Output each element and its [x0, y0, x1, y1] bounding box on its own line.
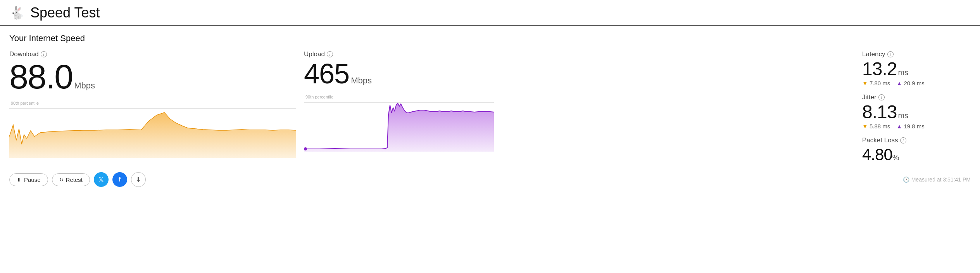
download-share-button[interactable]: ⬇ — [131, 172, 146, 187]
latency-down-arrow: ▼ — [862, 80, 870, 86]
pause-label: Pause — [24, 176, 41, 183]
packet-loss-value: 4.80 — [862, 146, 892, 164]
download-label: Download i — [9, 50, 296, 58]
latency-up-value: 20.9 ms — [904, 80, 924, 86]
retest-icon: ↻ — [59, 177, 64, 183]
packet-loss-block: Packet Loss i 4.80 % — [862, 136, 959, 164]
main-content: Your Internet Speed Download i 88.0 Mbps… — [0, 26, 980, 164]
packet-loss-label: Packet Loss i — [862, 136, 959, 144]
latency-info-icon[interactable]: i — [887, 51, 894, 57]
pause-button[interactable]: ⏸ Pause — [9, 173, 48, 186]
subtitle: Your Internet Speed — [9, 33, 971, 43]
upload-chart — [304, 92, 494, 154]
latency-up: ▲ 20.9 ms — [896, 80, 924, 86]
latency-sub-values: ▼ 7.80 ms ▲ 20.9 ms — [862, 80, 959, 86]
download-chart-container: 90th percentile — [9, 98, 296, 160]
retest-button[interactable]: ↻ Retest — [52, 173, 90, 186]
jitter-up-value: 19.8 ms — [904, 123, 924, 130]
speed-test-icon: 🐇 — [9, 5, 25, 20]
latency-unit: ms — [898, 68, 908, 77]
jitter-info-icon[interactable]: i — [878, 94, 885, 100]
upload-label: Upload i — [304, 50, 494, 58]
action-buttons: ⏸ Pause ↻ Retest 𝕏 f ⬇ — [9, 172, 146, 187]
download-section: Download i 88.0 Mbps 90th percentile — [9, 50, 304, 160]
jitter-block: Jitter i 8.13 ms ▼ 5.88 ms ▲ 19.8 ms — [862, 93, 959, 130]
jitter-up: ▲ 19.8 ms — [896, 123, 924, 130]
upload-value-row: 465 Mbps — [304, 60, 494, 88]
jitter-value: 8.13 — [862, 103, 897, 121]
header: 🐇 Speed Test — [0, 0, 980, 26]
download-unit: Mbps — [74, 78, 95, 93]
upload-info-icon[interactable]: i — [327, 51, 333, 57]
packet-loss-info-icon[interactable]: i — [900, 137, 906, 143]
twitter-share-button[interactable]: 𝕏 — [94, 172, 109, 187]
upload-percentile-label: 90th percentile — [305, 95, 333, 99]
download-value: 88.0 — [9, 60, 72, 94]
latency-down-value: 7.80 ms — [870, 80, 890, 86]
download-chart — [9, 98, 296, 160]
latency-label: Latency i — [862, 50, 959, 58]
jitter-up-arrow: ▲ — [896, 123, 904, 130]
right-panel: Latency i 13.2 ms ▼ 7.80 ms ▲ 20.9 ms — [862, 50, 971, 164]
jitter-unit: ms — [898, 111, 908, 120]
upload-unit: Mbps — [351, 74, 372, 87]
facebook-icon: f — [119, 176, 121, 183]
jitter-down: ▼ 5.88 ms — [862, 123, 890, 130]
upload-value: 465 — [304, 60, 349, 88]
latency-up-arrow: ▲ — [896, 80, 904, 86]
jitter-label: Jitter i — [862, 93, 959, 101]
timestamp: 🕐 Measured at 3:51:41 PM — [903, 176, 971, 183]
latency-block: Latency i 13.2 ms ▼ 7.80 ms ▲ 20.9 ms — [862, 50, 959, 86]
download-info-icon[interactable]: i — [41, 51, 47, 57]
twitter-icon: 𝕏 — [98, 176, 104, 184]
download-percentile-label: 90th percentile — [11, 101, 39, 105]
svg-point-2 — [304, 147, 307, 150]
metrics-row: Download i 88.0 Mbps 90th percentile — [9, 50, 971, 164]
latency-value: 13.2 — [862, 60, 897, 78]
upload-chart-container: 90th percentile — [304, 92, 494, 154]
upload-section: Upload i 465 Mbps 90th percentile — [304, 50, 502, 154]
page-title: Speed Test — [30, 5, 100, 21]
jitter-value-row: 8.13 ms — [862, 103, 959, 121]
pause-icon: ⏸ — [17, 177, 22, 183]
latency-down: ▼ 7.80 ms — [862, 80, 890, 86]
clock-icon: 🕐 — [903, 176, 909, 183]
timestamp-text: Measured at 3:51:41 PM — [911, 176, 971, 183]
packet-loss-unit: % — [892, 153, 899, 162]
download-icon: ⬇ — [136, 176, 141, 184]
download-value-row: 88.0 Mbps — [9, 60, 296, 94]
jitter-sub-values: ▼ 5.88 ms ▲ 19.8 ms — [862, 123, 959, 130]
jitter-down-value: 5.88 ms — [870, 123, 890, 130]
bottom-bar: ⏸ Pause ↻ Retest 𝕏 f ⬇ 🕐 Measured at 3:5… — [0, 168, 980, 192]
retest-label: Retest — [66, 176, 83, 183]
facebook-share-button[interactable]: f — [112, 172, 127, 187]
packet-loss-value-row: 4.80 % — [862, 146, 959, 164]
jitter-down-arrow: ▼ — [862, 123, 870, 130]
latency-value-row: 13.2 ms — [862, 60, 959, 78]
